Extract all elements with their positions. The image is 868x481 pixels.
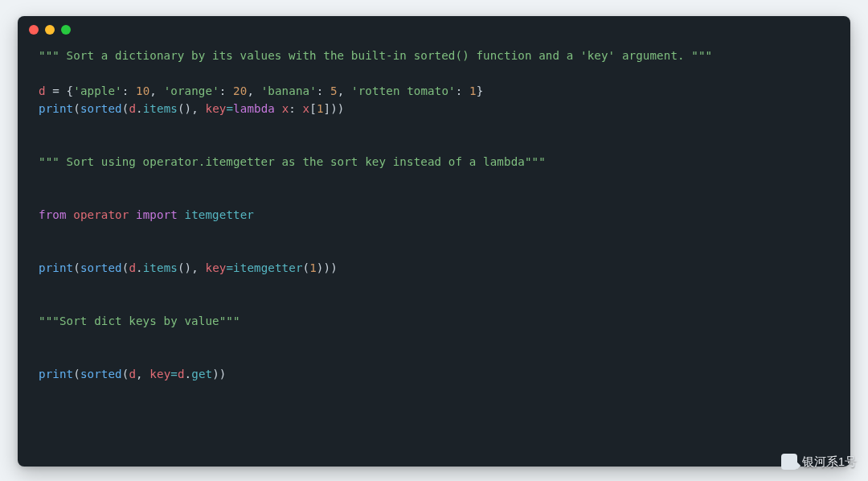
dot: .: [136, 261, 143, 274]
dict-val-1: 1: [469, 84, 477, 97]
dot: .: [136, 102, 143, 115]
code-window: """ Sort a dictionary by its values with…: [18, 16, 850, 467]
paren-close: ))): [317, 261, 338, 274]
dict-val-10: 10: [136, 84, 149, 97]
kw-from: from: [39, 208, 67, 221]
paren-open: (: [73, 368, 80, 380]
fn-print: print: [39, 261, 73, 274]
close-icon[interactable]: [29, 25, 39, 35]
minimize-icon[interactable]: [45, 25, 55, 35]
var-x: x: [303, 102, 310, 115]
colon: :: [122, 84, 136, 97]
paren-close: )): [330, 102, 344, 115]
docstring-3: """Sort dict keys by value""": [39, 314, 240, 327]
fn-itemgetter: itemgetter: [233, 261, 302, 274]
code-block: """ Sort a dictionary by its values with…: [18, 43, 850, 399]
paren-open: (: [303, 261, 310, 274]
dict-key-banana: 'banana': [261, 84, 317, 97]
assign-op: =: [46, 84, 67, 97]
eq: =: [226, 261, 233, 274]
name-itemgetter: itemgetter: [185, 208, 254, 221]
paren-open: (: [73, 102, 80, 115]
fn-sorted: sorted: [80, 368, 122, 380]
window-titlebar: [18, 16, 850, 43]
arg-1: 1: [309, 261, 317, 274]
dict-open: {: [67, 84, 74, 97]
kw-key: key: [149, 368, 170, 380]
method-items: items: [143, 261, 178, 274]
fn-sorted: sorted: [80, 261, 122, 274]
kw-key: key: [206, 102, 227, 115]
docstring-1: """ Sort a dictionary by its values with…: [39, 49, 712, 62]
call-parens: (): [178, 102, 191, 115]
dot: .: [185, 368, 192, 380]
dict-val-5: 5: [330, 84, 338, 97]
method-get: get: [191, 368, 212, 380]
method-items: items: [143, 102, 178, 115]
comma: ,: [338, 84, 351, 97]
var-x: x: [282, 102, 289, 115]
colon: :: [456, 84, 469, 97]
dict-key-apple: 'apple': [73, 84, 122, 97]
bracket-close: ]: [324, 102, 331, 115]
var-d: d: [39, 84, 46, 97]
colon: :: [219, 84, 233, 97]
var-d: d: [178, 368, 185, 380]
space: [67, 208, 74, 221]
paren-open: (: [73, 261, 80, 274]
space: [275, 102, 282, 115]
comma: ,: [136, 368, 149, 380]
fn-sorted: sorted: [80, 102, 122, 115]
comma: ,: [191, 102, 205, 115]
dict-key-orange: 'orange': [164, 84, 219, 97]
comma: ,: [149, 84, 163, 97]
dict-close: }: [477, 84, 484, 97]
kw-lambda: lambda: [233, 102, 275, 115]
kw-import: import: [136, 208, 178, 221]
colon: :: [317, 84, 330, 97]
bracket-open: [: [309, 102, 317, 115]
zoom-icon[interactable]: [61, 25, 71, 35]
call-parens: (): [178, 261, 191, 274]
var-d: d: [129, 261, 136, 274]
eq: =: [170, 368, 178, 380]
var-d: d: [129, 102, 136, 115]
dict-key-tomato: 'rotten tomato': [351, 84, 456, 97]
space: [129, 208, 136, 221]
var-d: d: [129, 368, 136, 380]
eq: =: [226, 102, 233, 115]
kw-key: key: [206, 261, 227, 274]
dict-val-20: 20: [233, 84, 247, 97]
comma: ,: [191, 261, 205, 274]
docstring-2: """ Sort using operator.itemgetter as th…: [39, 155, 546, 168]
fn-print: print: [39, 102, 73, 115]
index-1: 1: [317, 102, 324, 115]
space: [178, 208, 185, 221]
comma: ,: [247, 84, 260, 97]
fn-print: print: [39, 368, 73, 380]
paren-close: )): [212, 368, 226, 380]
colon: :: [289, 102, 302, 115]
mod-operator: operator: [73, 208, 129, 221]
